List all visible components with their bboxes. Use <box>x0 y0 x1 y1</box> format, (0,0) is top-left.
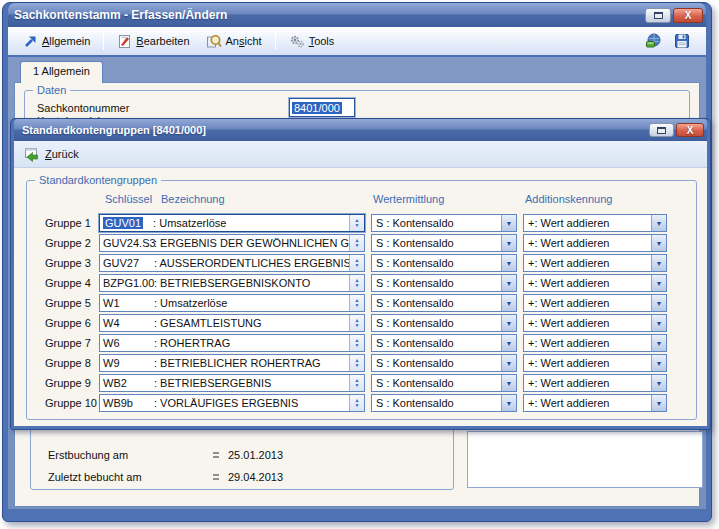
additionskennung-select[interactable]: +: Wert addieren ▼ <box>523 354 667 372</box>
schluessel-input[interactable]: W6 : ROHERTRAG ▲▼ <box>99 334 365 352</box>
schluessel-input[interactable]: GUV27 : AUSSERORDENTLICHES ERGEBNIS ▲▼ <box>99 254 365 272</box>
bezeichnung-value: : Umsatzerlöse <box>154 297 349 309</box>
schluessel-value: W1 <box>100 297 154 309</box>
dialog-toolbar: Zurück <box>14 141 707 168</box>
dropdown-arrow-icon[interactable]: ▼ <box>651 315 666 331</box>
edit-document-icon <box>117 34 132 49</box>
additionskennung-select[interactable]: +: Wert addieren ▼ <box>523 274 667 292</box>
menu-bearbeiten[interactable]: Bearbeiten <box>110 31 196 52</box>
dropdown-arrow-icon[interactable]: ▼ <box>501 235 516 251</box>
schluessel-input[interactable]: W9 : BETRIEBLICHER ROHERTRAG ▲▼ <box>99 354 365 372</box>
save-icon[interactable] <box>674 33 690 49</box>
schluessel-value: GUV24.S3 <box>100 237 154 249</box>
dropdown-arrow-icon[interactable]: ▼ <box>501 355 516 371</box>
dropdown-arrow-icon[interactable]: ▼ <box>651 215 666 231</box>
sachkontonummer-input[interactable]: 8401/000 <box>289 98 355 117</box>
dropdown-arrow-icon[interactable]: ▼ <box>501 395 516 411</box>
additionskennung-select[interactable]: +: Wert addieren ▼ <box>523 214 667 232</box>
schluessel-input[interactable]: WB9b : VORLÄUFIGES ERGEBNIS ▲▼ <box>99 394 365 412</box>
schluessel-input[interactable]: GUV01 : Umsatzerlöse ▲▼ <box>99 214 365 232</box>
dropdown-arrow-icon[interactable]: ▼ <box>651 375 666 391</box>
dropdown-arrow-icon[interactable]: ▼ <box>501 375 516 391</box>
wertermittlung-select[interactable]: S : Kontensaldo ▼ <box>371 354 517 372</box>
dropdown-arrow-icon[interactable]: ▼ <box>501 295 516 311</box>
additionskennung-select[interactable]: +: Wert addieren ▼ <box>523 394 667 412</box>
schluessel-input[interactable]: BZPG1.00 : BETRIEBSERGEBNISKONTO ▲▼ <box>99 274 365 292</box>
dropdown-arrow-icon[interactable]: ▼ <box>651 395 666 411</box>
close-button[interactable]: X <box>673 8 703 23</box>
schluessel-input[interactable]: GUV24.S3 : ERGEBNIS DER GEWÖHNLICHEN GES… <box>99 234 365 252</box>
erstbuchung-label: Erstbuchung am <box>48 449 213 461</box>
additionskennung-select[interactable]: +: Wert addieren ▼ <box>523 334 667 352</box>
toolbar-separator <box>275 32 276 50</box>
spinner-control[interactable]: ▲▼ <box>349 335 364 351</box>
dropdown-arrow-icon[interactable]: ▼ <box>501 255 516 271</box>
schluessel-value: GUV27 <box>100 257 154 269</box>
dropdown-arrow-icon[interactable]: ▼ <box>501 275 516 291</box>
spinner-down-icon: ▼ <box>355 243 360 248</box>
restore-button[interactable] <box>645 8 671 23</box>
spinner-control[interactable]: ▲▼ <box>349 375 364 391</box>
spinner-down-icon: ▼ <box>355 363 360 368</box>
spinner-control[interactable]: ▲▼ <box>349 255 364 271</box>
dropdown-arrow-icon[interactable]: ▼ <box>501 315 516 331</box>
gruppe-label: Gruppe 7 <box>45 337 99 349</box>
dropdown-arrow-icon[interactable]: ▼ <box>651 275 666 291</box>
additionskennung-value: +: Wert addieren <box>524 337 651 349</box>
additionskennung-select[interactable]: +: Wert addieren ▼ <box>523 374 667 392</box>
main-titlebar[interactable]: Sachkontenstamm - Erfassen/Ändern X <box>8 3 706 27</box>
back-arrow-icon <box>24 147 40 162</box>
wertermittlung-select[interactable]: S : Kontensaldo ▼ <box>371 314 517 332</box>
tab-allgemein[interactable]: 1 Allgemein <box>20 61 103 83</box>
spinner-control[interactable]: ▲▼ <box>349 315 364 331</box>
dialog-titlebar[interactable]: Standardkontengruppen [8401/000] X <box>14 119 707 141</box>
menu-tools[interactable]: Tools <box>282 31 342 52</box>
additionskennung-select[interactable]: +: Wert addieren ▼ <box>523 254 667 272</box>
spinner-control[interactable]: ▲▼ <box>349 275 364 291</box>
wertermittlung-select[interactable]: S : Kontensaldo ▼ <box>371 274 517 292</box>
wertermittlung-select[interactable]: S : Kontensaldo ▼ <box>371 394 517 412</box>
dropdown-arrow-icon[interactable]: ▼ <box>651 295 666 311</box>
spinner-control[interactable]: ▲▼ <box>349 215 364 231</box>
standardkontengruppen-group-label: Standardkontengruppen <box>35 174 161 186</box>
additionskennung-select[interactable]: +: Wert addieren ▼ <box>523 294 667 312</box>
zurueck-button[interactable]: Zurück <box>24 147 79 162</box>
window-title: Sachkontenstamm - Erfassen/Ändern <box>14 8 645 22</box>
dropdown-arrow-icon[interactable]: ▼ <box>651 355 666 371</box>
additionskennung-value: +: Wert addieren <box>524 357 651 369</box>
spinner-down-icon: ▼ <box>355 323 360 328</box>
wertermittlung-select[interactable]: S : Kontensaldo ▼ <box>371 294 517 312</box>
spinner-control[interactable]: ▲▼ <box>349 355 364 371</box>
dropdown-arrow-icon[interactable]: ▼ <box>501 335 516 351</box>
wertermittlung-select[interactable]: S : Kontensaldo ▼ <box>371 214 517 232</box>
dialog-close-button[interactable]: X <box>676 123 704 137</box>
wertermittlung-select[interactable]: S : Kontensaldo ▼ <box>371 334 517 352</box>
menu-allgemein[interactable]: Allgemein <box>16 31 97 52</box>
dropdown-arrow-icon[interactable]: ▼ <box>501 215 516 231</box>
schluessel-value: WB9b <box>100 397 154 409</box>
wertermittlung-select[interactable]: S : Kontensaldo ▼ <box>371 234 517 252</box>
wertermittlung-select[interactable]: S : Kontensaldo ▼ <box>371 374 517 392</box>
standardkontengruppen-dialog: Standardkontengruppen [8401/000] X Zurüc… <box>10 118 711 430</box>
dropdown-arrow-icon[interactable]: ▼ <box>651 255 666 271</box>
notes-box[interactable] <box>467 431 703 488</box>
zuletzt-bebucht-row: Zuletzt bebucht am 29.04.2013 <box>48 471 283 483</box>
additionskennung-select[interactable]: +: Wert addieren ▼ <box>523 314 667 332</box>
dialog-restore-button[interactable] <box>649 123 674 137</box>
additionskennung-select[interactable]: +: Wert addieren ▼ <box>523 234 667 252</box>
dialog-title: Standardkontengruppen [8401/000] <box>22 124 649 136</box>
dropdown-arrow-icon[interactable]: ▼ <box>651 335 666 351</box>
dropdown-arrow-icon[interactable]: ▼ <box>651 235 666 251</box>
table-row: Gruppe 3 GUV27 : AUSSERORDENTLICHES ERGE… <box>27 253 696 273</box>
wertermittlung-select[interactable]: S : Kontensaldo ▼ <box>371 254 517 272</box>
schluessel-input[interactable]: W1 : Umsatzerlöse ▲▼ <box>99 294 365 312</box>
spinner-control[interactable]: ▲▼ <box>349 395 364 411</box>
schluessel-input[interactable]: WB2 : BETRIEBSERGEBNIS ▲▼ <box>99 374 365 392</box>
globe-book-icon[interactable] <box>645 33 662 49</box>
menu-ansicht[interactable]: Ansicht <box>199 31 269 52</box>
spinner-control[interactable]: ▲▼ <box>349 295 364 311</box>
gruppe-label: Gruppe 3 <box>45 257 99 269</box>
schluessel-input[interactable]: W4 : GESAMTLEISTUNG ▲▼ <box>99 314 365 332</box>
spinner-control[interactable]: ▲▼ <box>349 235 364 251</box>
close-icon: X <box>687 125 694 136</box>
